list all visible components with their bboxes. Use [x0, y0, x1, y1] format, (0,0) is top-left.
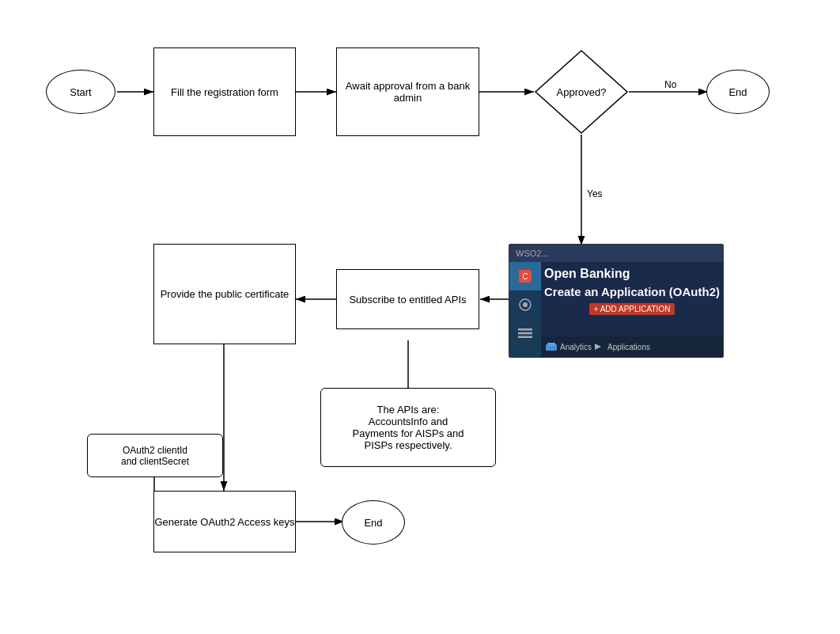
await-approval-node: Await approval from a bank admin	[336, 47, 479, 136]
svg-text:C: C	[522, 272, 528, 281]
svg-marker-23	[595, 344, 601, 350]
subscribe-apis-label: Subscribe to entitled APIs	[349, 294, 466, 306]
wso2-url: WSO2...	[516, 249, 549, 258]
svg-rect-20	[518, 336, 532, 339]
generate-keys-node: Generate OAuth2 Access keys	[153, 491, 296, 552]
subscribe-apis-node: Subscribe to entitled APIs	[336, 269, 479, 329]
approved-diamond: Approved?	[534, 49, 629, 135]
wso2-applications: Applications	[607, 343, 650, 351]
provide-cert-label: Provide the public certificate	[161, 288, 289, 300]
svg-rect-18	[518, 328, 532, 331]
await-approval-label: Await approval from a bank admin	[337, 80, 479, 104]
start-node: Start	[46, 70, 115, 114]
apis-info-callout: The APIs are: AccountsInfo and Payments …	[320, 388, 496, 467]
end1-node: End	[706, 70, 770, 114]
start-label: Start	[70, 86, 91, 98]
wso2-sidebar-item3	[509, 319, 541, 347]
wso2-sidebar-item1: C	[509, 262, 541, 290]
svg-point-17	[523, 302, 528, 307]
apis-info-label: The APIs are: AccountsInfo and Payments …	[353, 404, 464, 451]
oauth2-callout: OAuth2 clientId and clientSecret	[87, 434, 223, 477]
flowchart-diagram: Start Fill the registration form Await a…	[0, 0, 840, 634]
wso2-panel: WSO2... C Open Banking Create an Applica…	[509, 244, 724, 358]
end2-node: End	[342, 500, 405, 545]
svg-rect-22	[547, 343, 555, 346]
wso2-analytics: Analytics	[560, 343, 592, 351]
approved-label: Approved?	[557, 86, 607, 98]
oauth2-label: OAuth2 clientId and clientSecret	[121, 445, 189, 467]
fill-form-node: Fill the registration form	[153, 47, 296, 136]
end1-label: End	[728, 86, 747, 98]
generate-keys-label: Generate OAuth2 Access keys	[154, 516, 294, 528]
svg-rect-19	[518, 332, 532, 335]
no-label: No	[664, 79, 676, 90]
end2-label: End	[364, 517, 382, 529]
provide-cert-node: Provide the public certificate	[153, 244, 296, 344]
wso2-open-banking: Open Banking	[544, 267, 720, 281]
yes-label: Yes	[587, 188, 603, 199]
wso2-sidebar-item2	[509, 290, 541, 319]
fill-form-label: Fill the registration form	[171, 86, 278, 98]
wso2-add-application: + ADD APPLICATION	[589, 303, 675, 315]
wso2-top-bar: WSO2...	[509, 245, 723, 262]
wso2-create-app: Create an Application (OAuth2)	[544, 284, 720, 300]
